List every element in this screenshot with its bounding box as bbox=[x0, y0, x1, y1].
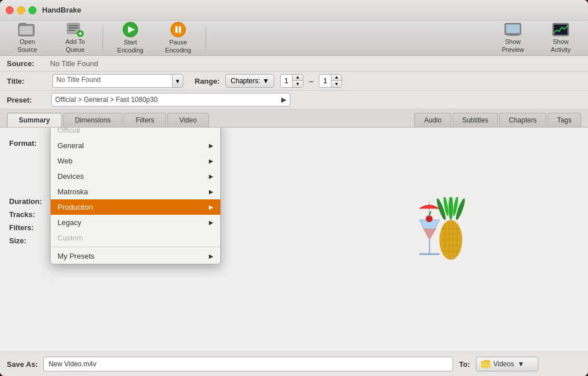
open-source-label: OpenSource bbox=[18, 38, 38, 53]
menu-item-matroska[interactable]: Matroska ▶ bbox=[51, 184, 220, 199]
tab-tags[interactable]: Tags bbox=[548, 113, 581, 127]
tab-chapters[interactable]: Chapters bbox=[499, 113, 546, 127]
menu-item-official: Official bbox=[51, 128, 220, 138]
add-to-queue-icon bbox=[67, 22, 84, 37]
tab-audio[interactable]: Audio bbox=[414, 113, 451, 127]
preset-row: Preset: Official > General > Fast 1080p3… bbox=[0, 91, 588, 109]
source-bar: Source: No Title Found bbox=[0, 56, 588, 72]
format-label: Format: bbox=[9, 139, 49, 148]
preset-select[interactable]: Official > General > Fast 1080p30 ▶ bbox=[51, 93, 290, 107]
size-label: Size: bbox=[9, 236, 49, 245]
pause-encoding-button[interactable]: PauseEncoding bbox=[155, 23, 201, 54]
bottom-bar: Save As: To: Videos ▼ bbox=[0, 352, 588, 376]
svg-rect-1 bbox=[19, 23, 26, 26]
pause-encoding-icon bbox=[170, 22, 186, 38]
chapter-end-up[interactable]: ▲ bbox=[331, 75, 342, 81]
tab-subtitles[interactable]: Subtitles bbox=[453, 113, 498, 127]
svg-rect-21 bbox=[507, 35, 519, 36]
pause-encoding-label: PauseEncoding bbox=[165, 39, 191, 54]
menu-arrow-devices: ▶ bbox=[209, 173, 213, 179]
to-label: To: bbox=[459, 360, 470, 369]
duration-label: Duration: bbox=[9, 197, 49, 206]
svg-point-25 bbox=[449, 197, 453, 220]
svg-rect-8 bbox=[68, 27, 79, 28]
menu-arrow-web: ▶ bbox=[209, 158, 213, 164]
menu-item-production[interactable]: Production ▶ bbox=[51, 199, 220, 215]
right-panel bbox=[296, 128, 588, 352]
to-dropdown-arrow: ▼ bbox=[517, 360, 524, 368]
save-as-label: Save As: bbox=[7, 360, 38, 369]
add-to-queue-label: Add ToQueue bbox=[65, 38, 85, 53]
chapter-end-down[interactable]: ▼ bbox=[331, 81, 342, 87]
source-label: Source: bbox=[7, 59, 47, 68]
toolbar: OpenSource Add ToQueue bbox=[0, 21, 588, 56]
tabs-bar: Summary Dimensions Filters Video Audio S… bbox=[0, 109, 588, 128]
preset-dropdown-menu[interactable]: Official General ▶ Web ▶ Devices ▶ Matro… bbox=[50, 128, 221, 264]
svg-rect-12 bbox=[80, 32, 81, 35]
tab-filters[interactable]: Filters bbox=[124, 113, 166, 127]
svg-rect-17 bbox=[179, 26, 181, 33]
window-controls[interactable] bbox=[6, 6, 36, 14]
tab-dimensions[interactable]: Dimensions bbox=[63, 113, 123, 127]
window-title: HandBrake bbox=[42, 6, 81, 14]
close-button[interactable] bbox=[6, 6, 14, 14]
show-activity-label: ShowActivity bbox=[551, 38, 571, 53]
svg-rect-9 bbox=[68, 30, 75, 31]
to-folder-select[interactable]: Videos ▼ bbox=[476, 357, 538, 371]
filters-label: Filters: bbox=[9, 223, 49, 232]
open-source-icon bbox=[18, 22, 36, 37]
menu-arrow-matroska: ▶ bbox=[209, 189, 213, 195]
show-activity-icon bbox=[552, 22, 569, 37]
menu-arrow-general: ▶ bbox=[209, 142, 213, 149]
titlebar: HandBrake bbox=[0, 0, 588, 21]
start-encoding-icon bbox=[122, 22, 138, 38]
svg-rect-7 bbox=[68, 25, 79, 26]
toolbar-separator-2 bbox=[205, 27, 206, 50]
title-dropdown-button[interactable]: ▼ bbox=[172, 74, 183, 88]
chapter-start-up[interactable]: ▲ bbox=[293, 75, 303, 81]
chapter-range-separator: – bbox=[309, 77, 313, 85]
svg-marker-48 bbox=[423, 228, 437, 240]
add-to-queue-button[interactable]: Add ToQueue bbox=[52, 23, 98, 54]
menu-item-web[interactable]: Web ▶ bbox=[51, 153, 220, 169]
menu-item-my-presets[interactable]: My Presets ▶ bbox=[51, 248, 220, 264]
start-encoding-button[interactable]: StartEncoding bbox=[108, 23, 153, 54]
minimize-button[interactable] bbox=[17, 6, 25, 14]
menu-separator bbox=[51, 247, 220, 247]
maximize-button[interactable] bbox=[28, 6, 36, 14]
chapter-start-down[interactable]: ▼ bbox=[293, 81, 303, 87]
menu-arrow-legacy: ▶ bbox=[209, 219, 213, 226]
range-label: Range: bbox=[195, 77, 220, 85]
save-as-input[interactable] bbox=[43, 357, 453, 371]
show-preview-label: ShowPreview bbox=[501, 38, 524, 53]
tab-summary[interactable]: Summary bbox=[7, 113, 62, 127]
menu-arrow-my-presets: ▶ bbox=[209, 253, 213, 259]
svg-rect-16 bbox=[175, 26, 178, 33]
svg-point-15 bbox=[171, 22, 186, 37]
menu-item-legacy[interactable]: Legacy ▶ bbox=[51, 215, 220, 230]
chapter-start-spinbox[interactable]: 1 ▲ ▼ bbox=[280, 74, 303, 88]
menu-item-devices[interactable]: Devices ▶ bbox=[51, 169, 220, 184]
open-source-button[interactable]: OpenSource bbox=[5, 23, 50, 54]
handbrake-logo-svg bbox=[397, 197, 488, 283]
start-encoding-label: StartEncoding bbox=[117, 39, 143, 54]
main-content: Format: MPEG-4 (avformat) ▼ Web Optimize… bbox=[0, 128, 588, 352]
menu-item-custom: Custom bbox=[51, 230, 220, 246]
handbrake-logo bbox=[397, 197, 488, 283]
show-preview-button[interactable]: ShowPreview bbox=[490, 23, 536, 54]
source-value: No Title Found bbox=[50, 59, 98, 68]
title-select-group: No Title Found ▼ bbox=[52, 74, 183, 88]
range-dropdown-arrow: ▼ bbox=[262, 77, 269, 85]
range-dropdown-button[interactable]: Chapters: ▼ bbox=[225, 74, 274, 88]
tracks-label: Tracks: bbox=[9, 210, 49, 219]
title-row: Title: No Title Found ▼ Range: Chapters:… bbox=[0, 72, 588, 91]
show-activity-button[interactable]: ShowActivity bbox=[538, 23, 583, 54]
svg-rect-19 bbox=[506, 24, 520, 33]
menu-item-general[interactable]: General ▶ bbox=[51, 138, 220, 153]
title-input[interactable]: No Title Found bbox=[52, 74, 172, 88]
toolbar-separator-1 bbox=[102, 27, 103, 50]
videos-folder-icon bbox=[481, 360, 490, 368]
preset-label: Preset: bbox=[7, 96, 47, 104]
tab-video[interactable]: Video bbox=[167, 113, 208, 127]
chapter-end-spinbox[interactable]: 1 ▲ ▼ bbox=[319, 74, 342, 88]
